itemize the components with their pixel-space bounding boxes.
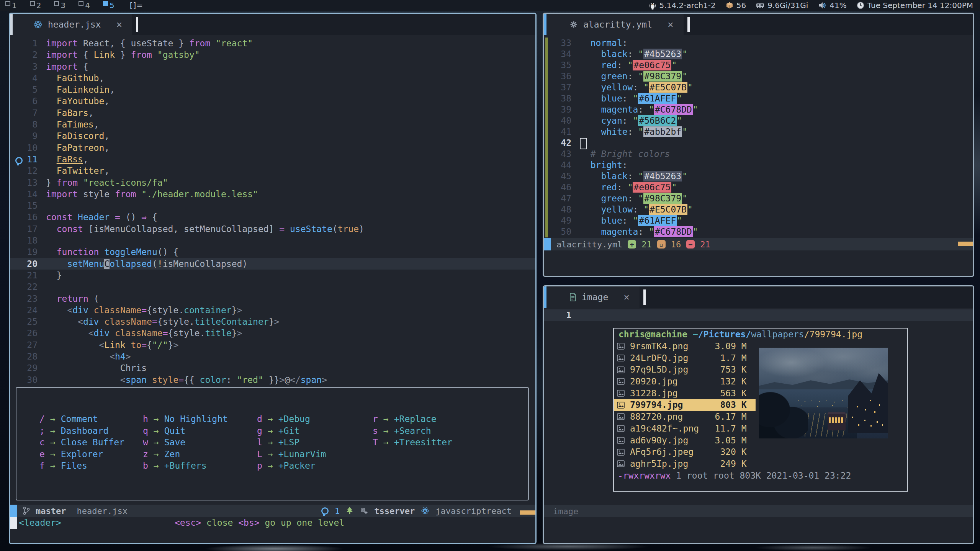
- workspace-3[interactable]: 3: [54, 1, 65, 10]
- code-line: 41white: "#abb2bf": [544, 126, 973, 137]
- line-number: 23: [10, 293, 46, 304]
- workspace-dot-icon: [30, 1, 35, 6]
- file-row[interactable]: AFq5r6j.jpeg320 K: [614, 446, 756, 458]
- code-line: 39magenta: "#C678DD": [544, 104, 973, 115]
- which-key-binding[interactable]: z→Zen: [143, 448, 228, 460]
- line-number: 36: [544, 71, 580, 82]
- file-row[interactable]: 882720.png6.17 M: [614, 411, 756, 423]
- right-top-tabline: alacritty.yml ×: [544, 14, 973, 35]
- code-line: 5FaLinkedin,: [10, 84, 535, 95]
- code-area-alacritty-yml[interactable]: 33normal:34black: "#4b5263"35red: "#e06c…: [544, 38, 973, 237]
- kernel-label: 5.14.2-arch1-2: [659, 1, 716, 10]
- code-line: 34black: "#4b5263": [544, 49, 973, 60]
- file-row[interactable]: 20920.jpg132 K: [614, 376, 756, 387]
- code-line: 3import {: [10, 61, 535, 72]
- clock-icon: [857, 2, 864, 9]
- which-key-popup: /→Comment;→Dashboardc→Close Buffere→Expl…: [16, 387, 529, 500]
- which-key-binding[interactable]: /→Comment: [39, 413, 124, 425]
- which-key-binding[interactable]: L→+LunarVim: [257, 448, 326, 460]
- which-key-binding[interactable]: c→Close Buffer: [39, 437, 124, 448]
- workspace-2[interactable]: 2: [30, 1, 41, 10]
- layout-indicator[interactable]: []=: [130, 1, 143, 10]
- tab-close-icon[interactable]: ×: [614, 291, 630, 303]
- volume-status: 41%: [818, 1, 846, 10]
- line-number: 35: [544, 60, 580, 71]
- git-branch-label[interactable]: master: [36, 506, 66, 516]
- git-added-count: 21: [641, 240, 652, 249]
- mode-indicator: [10, 505, 17, 517]
- which-key-binding[interactable]: s→+Search: [373, 425, 452, 437]
- which-key-binding[interactable]: b→+Buffers: [143, 460, 228, 472]
- workspace-4[interactable]: 4: [79, 1, 90, 10]
- file-row[interactable]: aghr5Ip.jpg249 K: [614, 458, 756, 470]
- tab-close-icon[interactable]: ×: [658, 19, 674, 30]
- line-number: 24: [10, 304, 46, 316]
- code-line: 24<div className={style.container}>: [10, 304, 535, 316]
- which-key-binding[interactable]: h→No Highlight: [143, 413, 228, 425]
- which-key-column: d→+Debugg→+Gitl→+LSPL→+LunarVimp→+Packer: [257, 413, 326, 472]
- which-key-binding[interactable]: f→Files: [39, 460, 124, 472]
- pending-keys-label: <leader>: [17, 517, 61, 529]
- scroll-indicator[interactable]: [958, 242, 973, 246]
- image-file-icon: [617, 449, 630, 456]
- code-line: 4FaGithub,: [10, 72, 535, 84]
- workspace-5[interactable]: 5: [103, 1, 115, 10]
- file-row[interactable]: 24LrDFQ.jpg1.7 M: [614, 352, 756, 364]
- which-key-binding[interactable]: T→+Treesitter: [373, 437, 452, 448]
- image-file-icon: [617, 390, 630, 397]
- line-number: 18: [10, 235, 46, 246]
- workspace-1[interactable]: 1: [5, 1, 17, 10]
- file-row[interactable]: ad6v90y.jpg3.05 M: [614, 435, 756, 446]
- which-key-binding[interactable]: ;→Dashboard: [39, 425, 124, 437]
- code-line: 23return (: [10, 293, 535, 304]
- tabline-indicator: [10, 14, 13, 35]
- git-changed-count: 16: [671, 240, 681, 249]
- which-key-binding[interactable]: e→Explorer: [39, 448, 124, 460]
- tab-close-icon[interactable]: ×: [106, 19, 122, 30]
- tabline-cursor: [687, 17, 690, 32]
- line-number: 45: [544, 171, 580, 182]
- which-key-binding[interactable]: p→+Packer: [257, 460, 326, 472]
- which-key-binding[interactable]: q→Quit: [143, 425, 228, 437]
- tabline-cursor: [643, 289, 646, 305]
- package-icon: [726, 2, 733, 9]
- react-icon: [33, 20, 43, 29]
- which-key-binding[interactable]: g→+Git: [257, 425, 326, 437]
- tab-header-jsx[interactable]: header.jsx ×: [13, 14, 132, 35]
- speaker-icon: [818, 2, 826, 9]
- file-row[interactable]: 97q9L5D.jpg753 K: [614, 364, 756, 376]
- buffer-line-1[interactable]: 1: [544, 309, 973, 321]
- code-line: 25<div className={style.titleContainer}>: [10, 316, 535, 327]
- code-line: 2import { Link } from "gatsby": [10, 49, 535, 60]
- line-number: 12: [10, 165, 46, 177]
- which-key-binding[interactable]: d→+Debug: [257, 413, 326, 425]
- code-line: 16const Header = () ⇒ {: [10, 211, 535, 223]
- file-row[interactable]: a19c482f~.png11.7 M: [614, 423, 756, 435]
- tab-alacritty-yml[interactable]: alacritty.yml ×: [546, 14, 684, 35]
- line-number: 1: [544, 309, 580, 321]
- image-file-icon: [617, 425, 630, 432]
- diagnostics-count: 1: [335, 506, 340, 516]
- code-line: 33normal:: [544, 38, 973, 49]
- code-line: 21}: [10, 270, 535, 281]
- image-file-icon: [617, 460, 630, 467]
- file-row[interactable]: 799794.jpg803 K: [614, 399, 756, 411]
- terminal-window-image: image × 1 chris@machine ~/Pictures/wallp…: [543, 285, 974, 544]
- code-line: 50magenta: "#C678DD": [544, 226, 973, 237]
- tab-image[interactable]: image ×: [546, 286, 640, 308]
- line-number: 14: [10, 188, 46, 200]
- which-key-binding[interactable]: w→Save: [143, 437, 228, 448]
- line-number: 8: [10, 119, 46, 130]
- file-row[interactable]: 9rsmTK4.png3.09 M: [614, 340, 756, 352]
- right-top-statusline: alacritty.yml + 21 ▫ 16 − 21: [544, 238, 973, 250]
- which-key-binding[interactable]: l→+LSP: [257, 437, 326, 448]
- git-added-icon: +: [628, 240, 636, 249]
- line-number: 13: [10, 177, 46, 188]
- code-area-header-jsx[interactable]: 1import React, { useState } from "react"…: [10, 38, 535, 386]
- scroll-indicator[interactable]: [520, 510, 535, 515]
- code-line: 13} from "react-icons/fa": [10, 177, 535, 188]
- line-number: 38: [544, 93, 580, 104]
- tab-title: alacritty.yml: [583, 20, 652, 29]
- file-row[interactable]: 31228.jpg563 K: [614, 387, 756, 399]
- which-key-binding[interactable]: r→+Replace: [373, 413, 452, 425]
